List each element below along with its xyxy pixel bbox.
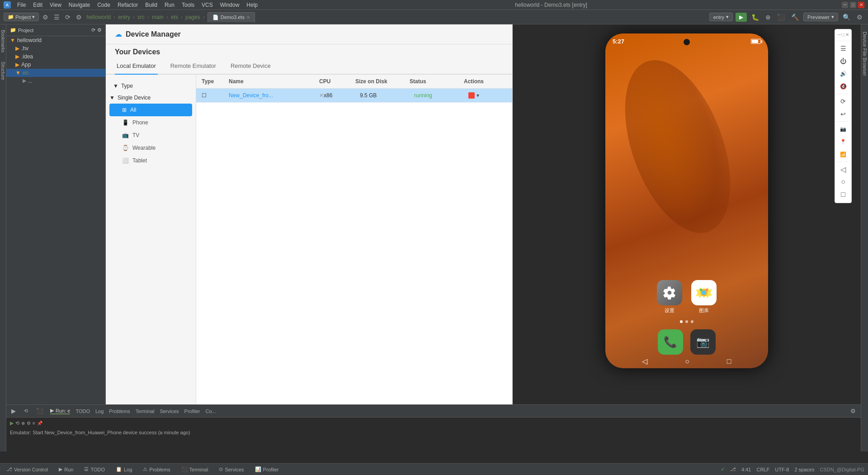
tab-remote-emulator[interactable]: Remote Emulator bbox=[169, 58, 218, 75]
ctrl-vol-up-btn[interactable]: 🔊 bbox=[836, 67, 850, 80]
previewer-dropdown[interactable]: Previewer ▾ bbox=[803, 13, 838, 21]
active-tab[interactable]: 📄 Demo3.ets ✕ bbox=[208, 12, 255, 22]
menu-build[interactable]: Build bbox=[142, 1, 160, 9]
photos-app[interactable]: 图库 bbox=[691, 280, 717, 314]
ctrl-menu-btn[interactable]: ☰ bbox=[836, 42, 850, 55]
run-panel-close-icon[interactable]: ⊗ bbox=[21, 421, 25, 426]
ctrl-camera-btn[interactable]: 📷 bbox=[836, 123, 850, 135]
problems-bottom-tab[interactable]: ⚠ Problems bbox=[140, 466, 173, 473]
ctrl-nav-back-btn[interactable]: ◁ bbox=[836, 163, 850, 176]
search-toolbar-icon[interactable]: 🔍 bbox=[841, 13, 852, 22]
stop-device-icon[interactable] bbox=[468, 92, 475, 99]
ctrl-rotate-btn[interactable]: ⟳ bbox=[836, 95, 850, 108]
emulator-close-icon[interactable]: ✕ bbox=[845, 32, 849, 37]
bottom-spaces[interactable]: 2 spaces bbox=[794, 467, 814, 472]
structure-tab[interactable]: Structure bbox=[0, 60, 6, 82]
ctrl-location-btn[interactable]: 📍 bbox=[836, 135, 850, 148]
settings-toolbar-icon[interactable]: ⚙ bbox=[855, 13, 864, 22]
run-panel-sort-icon[interactable]: ≡ bbox=[33, 421, 35, 426]
terminal-tab[interactable]: Terminal bbox=[136, 408, 155, 414]
ctrl-nav-recent-btn[interactable]: □ bbox=[836, 188, 850, 201]
tree-node-hv[interactable]: ▶ .hv bbox=[6, 44, 105, 52]
maximize-button[interactable]: □ bbox=[850, 2, 856, 8]
close-row-icon[interactable]: ✕ bbox=[319, 92, 324, 99]
ctrl-power-btn[interactable]: ⏻ bbox=[836, 55, 850, 67]
menu-run[interactable]: Run bbox=[162, 1, 177, 9]
breadcrumb-entry[interactable]: entry bbox=[118, 14, 130, 20]
tree-settings-icon[interactable]: ⚙ bbox=[97, 27, 102, 33]
dm-category-all[interactable]: ⊞ All bbox=[109, 104, 192, 116]
breadcrumb-ets[interactable]: ets bbox=[171, 14, 178, 20]
ctrl-back-btn[interactable]: ↩ bbox=[836, 108, 850, 120]
close-button[interactable]: ✕ bbox=[858, 2, 864, 8]
tab-remote-device[interactable]: Remote Device bbox=[229, 58, 273, 75]
log-bottom-tab[interactable]: 📋 Log bbox=[113, 466, 135, 473]
dm-category-tv[interactable]: 📺 TV bbox=[106, 129, 196, 142]
menu-navigate[interactable]: Navigate bbox=[66, 1, 93, 9]
device-file-browser-tab[interactable]: Device File Browser bbox=[861, 28, 868, 80]
menu-refactor[interactable]: Refactor bbox=[115, 1, 141, 9]
back-nav-btn[interactable]: ◁ bbox=[642, 357, 647, 366]
run-stop-icon[interactable]: ⬛ bbox=[35, 406, 45, 416]
tree-node-app[interactable]: ▶ App bbox=[6, 61, 105, 69]
run-tab[interactable]: ▶ Run: e bbox=[50, 408, 70, 414]
tree-node-entry[interactable]: ▼ en bbox=[6, 69, 105, 77]
run-panel-reload-icon[interactable]: ⟲ bbox=[15, 420, 19, 426]
menu-window[interactable]: Window bbox=[217, 1, 242, 9]
tree-node-idea[interactable]: ▶ .idea bbox=[6, 52, 105, 61]
run-panel-config-icon[interactable]: ⚙ bbox=[27, 421, 31, 426]
home-nav-btn[interactable]: ○ bbox=[685, 357, 689, 366]
bookmarks-tab[interactable]: Bookmarks bbox=[0, 28, 6, 54]
menu-edit[interactable]: Edit bbox=[30, 1, 45, 9]
tree-node-helloworld[interactable]: ▼ helloworld bbox=[6, 36, 105, 44]
ctrl-nav-home-btn[interactable]: ○ bbox=[836, 176, 850, 188]
list-icon[interactable]: ☰ bbox=[52, 13, 61, 22]
dock-camera[interactable]: 📷 bbox=[690, 329, 716, 355]
profiler-tab[interactable]: Profiler bbox=[184, 408, 200, 414]
recent-nav-btn[interactable]: □ bbox=[727, 357, 731, 366]
menu-view[interactable]: View bbox=[47, 1, 64, 9]
run-bottom-tab[interactable]: ▶ Run bbox=[56, 466, 76, 473]
terminal-bottom-tab[interactable]: ⬛ Terminal bbox=[179, 466, 211, 473]
settings-app[interactable]: 设置 bbox=[657, 280, 682, 314]
config-icon[interactable]: ⚙ bbox=[74, 13, 84, 22]
minimize-button[interactable]: ─ bbox=[842, 2, 848, 8]
breadcrumb-pages[interactable]: pages bbox=[185, 14, 200, 20]
entry-dropdown[interactable]: entry ▾ bbox=[709, 13, 733, 21]
dm-category-wearable[interactable]: ⌚ Wearable bbox=[106, 142, 196, 154]
tree-sync-icon[interactable]: ⟳ bbox=[91, 27, 95, 33]
menu-file[interactable]: File bbox=[14, 1, 28, 9]
tree-node-files[interactable]: ▶ ... bbox=[6, 77, 105, 85]
run-prev-icon[interactable]: ⟲ bbox=[23, 407, 29, 415]
build-icon[interactable]: 🔨 bbox=[789, 13, 801, 22]
menu-help[interactable]: Help bbox=[244, 1, 260, 9]
attach-icon[interactable]: ⊕ bbox=[764, 13, 773, 22]
tab-close-icon[interactable]: ✕ bbox=[246, 15, 250, 20]
run-panel-play-icon[interactable]: ▶ bbox=[10, 420, 14, 426]
menu-vcs[interactable]: VCS bbox=[199, 1, 216, 9]
breadcrumb-helloworld[interactable]: helloworld bbox=[86, 14, 111, 20]
emulator-minimize-icon[interactable]: ─ bbox=[837, 32, 840, 37]
breadcrumb-main[interactable]: main bbox=[152, 14, 164, 20]
todo-tab[interactable]: TODO bbox=[75, 408, 90, 414]
bottom-line-sep[interactable]: CRLF bbox=[756, 467, 769, 472]
problems-tab[interactable]: Problems bbox=[109, 408, 130, 414]
profiler-bottom-tab[interactable]: 📊 Profiler bbox=[252, 466, 282, 473]
table-row[interactable]: ☐ New_Device_fro... ✕ x86 9.5 GB running… bbox=[196, 89, 512, 103]
menu-code[interactable]: Code bbox=[94, 1, 113, 9]
stop-icon[interactable]: ⬛ bbox=[775, 13, 787, 22]
tab-local-emulator[interactable]: Local Emulator bbox=[115, 58, 158, 75]
dock-phone[interactable]: 📞 bbox=[658, 329, 683, 355]
run-button[interactable]: ▶ bbox=[736, 13, 747, 22]
expand-actions-icon[interactable]: ▾ bbox=[476, 92, 479, 99]
services-bottom-tab[interactable]: ⊙ Services bbox=[216, 466, 246, 473]
sync-icon[interactable]: ⟳ bbox=[63, 13, 72, 22]
log-tab[interactable]: Log bbox=[95, 408, 104, 414]
debug-icon[interactable]: 🐛 bbox=[750, 13, 761, 22]
version-control-tab[interactable]: ⎇ Version Control bbox=[4, 466, 51, 473]
run-play-icon[interactable]: ▶ bbox=[10, 406, 17, 416]
emulator-maximize-icon[interactable]: □ bbox=[842, 32, 844, 37]
ctrl-vol-down-btn[interactable]: 🔇 bbox=[836, 80, 850, 93]
services-tab[interactable]: Services bbox=[160, 408, 179, 414]
menu-tools[interactable]: Tools bbox=[179, 1, 197, 9]
